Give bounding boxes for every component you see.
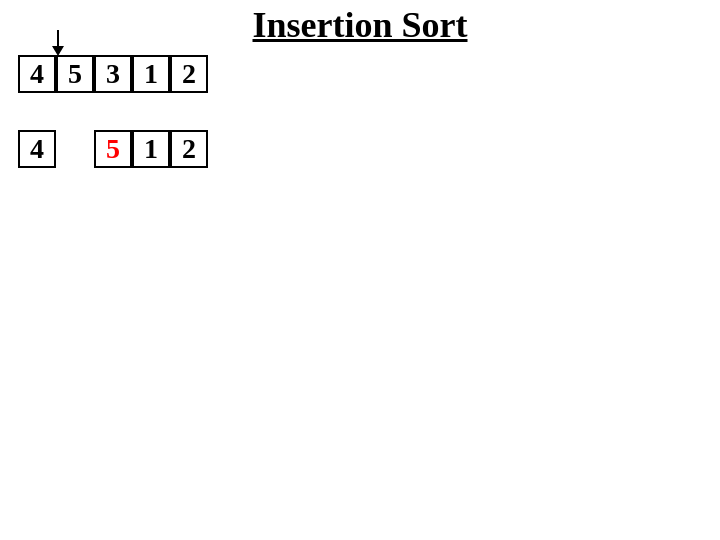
cell-r1-1: 5 (56, 55, 94, 93)
pointer-arrow (52, 30, 64, 56)
cell-r1-3: 1 (132, 55, 170, 93)
cell-r1-0: 4 (18, 55, 56, 93)
cell-r1-4: 2 (170, 55, 208, 93)
cell-r2-4: 2 (170, 130, 208, 168)
array-row-1: 4 5 3 1 2 (18, 55, 208, 93)
cell-r2-2: 5 (94, 130, 132, 168)
array-row-2: 4 5 1 2 (18, 130, 208, 168)
cell-r2-0: 4 (18, 130, 56, 168)
cell-r2-gap (56, 130, 94, 168)
arrow-shaft (57, 30, 59, 46)
page-title: Insertion Sort (0, 0, 720, 46)
cell-r1-2: 3 (94, 55, 132, 93)
cell-r2-3: 1 (132, 130, 170, 168)
